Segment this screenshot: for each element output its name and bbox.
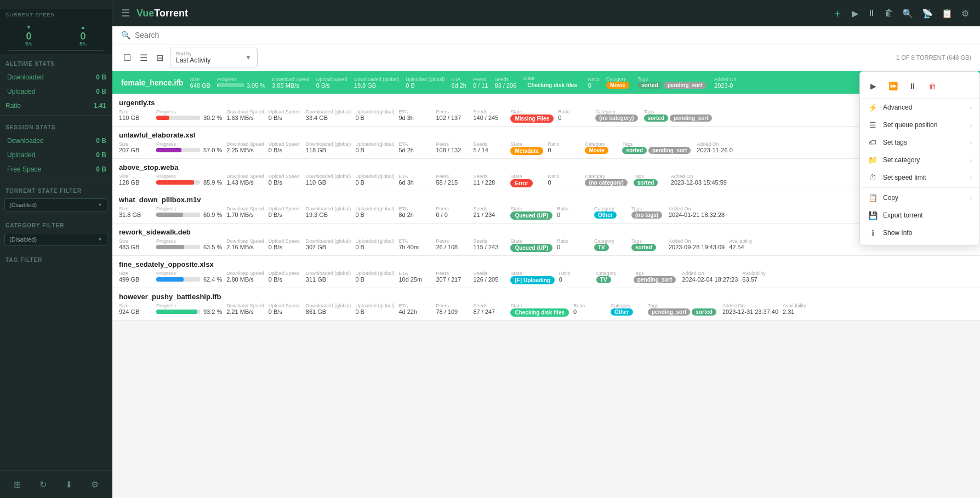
- t4-dlspeed: Download Speed1.43 MB/s: [226, 174, 264, 186]
- torrent-item-5[interactable]: what_down_pillbox.m1v Size31.8 GB Progre…: [112, 191, 980, 224]
- torrent-state-filter-label: TORRENT STATE FILTER: [0, 181, 112, 197]
- t7-avail: Availability63.57: [742, 271, 775, 283]
- sidebar-icon-4[interactable]: ⚙: [87, 476, 103, 493]
- sort-dropdown[interactable]: Sort by Last Activity ▼: [170, 48, 258, 67]
- torrent-4-header: above_stop.weba: [112, 159, 980, 173]
- ctx-copy-item[interactable]: 📋 Copy ›: [860, 189, 979, 207]
- chevron-right-icon: ›: [970, 122, 972, 128]
- chevron-right-icon: ›: [970, 195, 972, 201]
- t4-category: Category(no category): [585, 174, 629, 186]
- ctx-pause-button[interactable]: ⏸: [905, 78, 920, 94]
- t2-ulspeed: Upload Speed0 B/s: [269, 109, 301, 121]
- torrent-list: female_hence.ifb Size648 GB Progress 3.0…: [112, 71, 980, 498]
- torrent-7-name: fine_sedately_opposite.xlsx: [119, 260, 214, 268]
- category-filter-value: (Disabled): [9, 236, 37, 243]
- t2-progress: Progress 30.2 %: [156, 109, 222, 121]
- sidebar-icon-3[interactable]: ⬇: [61, 476, 77, 493]
- torrent-2-name: urgently.ts: [119, 99, 155, 107]
- sidebar-icon-2[interactable]: ↻: [35, 476, 52, 493]
- ctx-queue-position-item[interactable]: ☰ Set queue position ›: [860, 116, 979, 134]
- search-input[interactable]: [135, 31, 971, 39]
- torrent-item-6[interactable]: rework_sidewalk.deb Size483 GB Progress …: [112, 224, 980, 256]
- topbar-actions: ＋ ▶ ⏸ 🗑 🔍 📡 📋 ⚙: [830, 4, 971, 23]
- ctx-set-category-item[interactable]: 📁 Set category ›: [860, 151, 979, 169]
- torrent-2-cols: Size110 GB Progress 30.2 % Download Spee…: [112, 108, 980, 126]
- menu-icon[interactable]: ☰: [121, 7, 130, 19]
- ctx-play-button[interactable]: ▶: [865, 78, 881, 94]
- export-icon: 💾: [868, 211, 878, 220]
- ctx-advanced-item[interactable]: ⚡ Advanced ›: [860, 99, 979, 116]
- title-torrent: Torrent: [154, 8, 188, 19]
- torrent-6-cols: Size483 GB Progress 63.5 % Download Spee…: [112, 237, 980, 255]
- up-speed-value: 0: [80, 31, 86, 41]
- t5-progress: Progress 60.9 %: [156, 206, 222, 218]
- t8-dlspeed: Download Speed2.21 MB/s: [226, 303, 264, 315]
- ctx-speed-limit-item[interactable]: ⏱ Set speed limit ›: [860, 169, 979, 186]
- detail-view-icon[interactable]: ⊟: [154, 50, 166, 65]
- sidebar-bottom-bar: ⊞ ↻ ⬇ ⚙: [0, 470, 112, 498]
- torrent-item-2[interactable]: urgently.ts Size110 GB Progress 30.2 % D…: [112, 94, 980, 127]
- torrent-item-8[interactable]: however_pushy_battleship.ifb Size924 GB …: [112, 288, 980, 320]
- select-all-icon[interactable]: ☐: [121, 50, 133, 65]
- search-filter-icon[interactable]: 🔍: [900, 6, 915, 21]
- advanced-icon: ⚡: [868, 103, 878, 112]
- list-view-icon[interactable]: ☰: [138, 50, 150, 65]
- title-vue: Vue: [136, 8, 154, 19]
- session-uploaded-value: 0 B: [96, 151, 106, 159]
- t8-ratio: Ratio0: [573, 303, 606, 315]
- chevron-right-icon: ›: [970, 175, 972, 181]
- t6-ratio: Ratio0: [557, 238, 590, 250]
- t6-seeds: Seeds115 / 243: [473, 238, 506, 250]
- session-uploaded-label: Uploaded: [7, 151, 35, 159]
- ctx-delete-button[interactable]: 🗑: [925, 78, 940, 94]
- t6-progress: Progress 63.5 %: [156, 238, 222, 250]
- torrent-5-name: what_down_pillbox.m1v: [119, 196, 201, 204]
- torrent-item-3[interactable]: unlawful_elaborate.xsl Size207 GB Progre…: [112, 127, 980, 159]
- add-torrent-icon[interactable]: ＋: [830, 4, 845, 23]
- t4-tags: Tagssorted: [634, 174, 666, 186]
- settings-icon[interactable]: ⚙: [959, 6, 971, 21]
- sidebar-icon-1[interactable]: ⊞: [9, 476, 26, 493]
- t5-peers: Peers0 / 0: [436, 206, 469, 218]
- torrent-item-7[interactable]: fine_sedately_opposite.xlsx Size499 GB P…: [112, 256, 980, 288]
- torrent-1-size-col: Size648 GB: [190, 77, 210, 89]
- t7-peers: Peers207 / 217: [436, 271, 469, 283]
- category-filter-dropdown[interactable]: (Disabled) ▼: [4, 233, 107, 246]
- torrent-3-name: unlawful_elaborate.xsl: [119, 131, 195, 139]
- rss-icon[interactable]: 📡: [920, 6, 935, 21]
- pause-icon[interactable]: ⏸: [865, 6, 878, 20]
- torrent-1-ratio-col: Ratio0: [588, 77, 600, 89]
- torrent-8-header: however_pushy_battleship.ifb: [112, 288, 980, 302]
- sort-chevron-icon: ▼: [245, 54, 252, 61]
- torrent-item-1[interactable]: female_hence.ifb Size648 GB Progress 3.0…: [112, 71, 980, 94]
- torrent-state-filter-dropdown[interactable]: (Disabled) ▼: [4, 198, 107, 211]
- t5-dlspeed: Download Speed1.70 MB/s: [226, 206, 264, 218]
- ctx-show-info-item[interactable]: ℹ Show Info: [860, 224, 979, 242]
- t8-progress: Progress 93.2 %: [156, 303, 222, 315]
- category-filter-section: CATEGORY FILTER (Disabled) ▼: [0, 216, 112, 250]
- t6-size: Size483 GB: [119, 238, 152, 250]
- copy-icon: 📋: [868, 193, 878, 202]
- sort-dropdown-content: Sort by Last Activity: [176, 51, 210, 64]
- torrent-item-4[interactable]: above_stop.weba Size128 GB Progress 85.9…: [112, 159, 980, 191]
- delete-icon[interactable]: 🗑: [882, 6, 896, 20]
- t8-downloaded: Downloaded (global)861 GB: [306, 303, 351, 315]
- torrent-6-name: rework_sidewalk.deb: [119, 228, 191, 236]
- t7-progress: Progress 62.4 %: [156, 271, 222, 283]
- context-menu-actions: ▶ ⏩ ⏸ 🗑: [860, 75, 979, 99]
- ctx-set-tags-item[interactable]: 🏷 Set tags ›: [860, 134, 979, 151]
- t2-peers: Peers102 / 137: [436, 109, 469, 121]
- sort-by-value: Last Activity: [176, 56, 210, 64]
- t4-size: Size128 GB: [119, 174, 152, 186]
- torrent-1-ulspeed-col: Upload Speed0 B/s: [316, 77, 347, 89]
- ctx-export-item[interactable]: 💾 Export torrent: [860, 207, 979, 224]
- torrent-4-name: above_stop.weba: [119, 163, 178, 171]
- resume-icon[interactable]: ▶: [850, 6, 861, 21]
- ctx-ff-button[interactable]: ⏩: [885, 78, 901, 94]
- t5-size: Size31.8 GB: [119, 206, 152, 218]
- t2-uploaded: Uploaded (global)0 B: [355, 109, 394, 121]
- t7-tags: Tagspending_sort: [634, 271, 677, 283]
- speed-panel: [0, 0, 112, 9]
- t6-category: CategoryTV: [594, 238, 627, 251]
- clipboard-icon[interactable]: 📋: [939, 6, 955, 21]
